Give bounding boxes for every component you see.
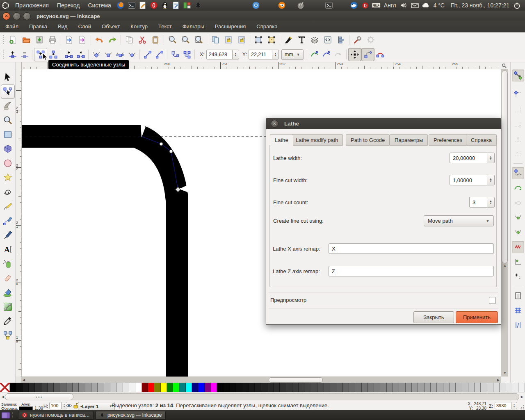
session-power-icon[interactable] [512, 0, 522, 10]
connector-tool[interactable] [1, 329, 15, 342]
tab-path-to-gcode[interactable]: Path to Gcode [346, 134, 390, 146]
terminal-tray-icon[interactable] [324, 0, 334, 10]
palette-swatch[interactable] [41, 383, 48, 392]
text-tool[interactable]: A [1, 242, 15, 256]
inkscape-preferences-button[interactable] [351, 33, 364, 46]
palette-swatch[interactable] [179, 383, 185, 392]
palette-swatch[interactable] [349, 383, 355, 392]
palette-swatch[interactable] [399, 383, 405, 392]
menu-file[interactable]: Файл [0, 21, 24, 32]
menu-extensions[interactable]: Расширения [210, 21, 251, 32]
vertical-ruler[interactable]: 2 32 22 12 01 9 [16, 69, 22, 377]
palette-swatch[interactable] [406, 383, 412, 392]
snap-midpoints-button[interactable] [512, 241, 524, 253]
palette-swatch[interactable] [73, 383, 79, 392]
palette-swatch[interactable] [173, 383, 179, 392]
palette-swatch[interactable] [311, 383, 317, 392]
delete-segment-button[interactable] [75, 48, 87, 60]
snap-grid-button[interactable] [512, 304, 524, 317]
palette-swatch[interactable] [230, 383, 236, 392]
palette-swatch[interactable] [431, 383, 437, 392]
box3d-tool[interactable] [1, 142, 15, 156]
calligraphy-tool[interactable] [1, 228, 15, 242]
align-dialog-button[interactable] [334, 33, 347, 46]
palette-swatch[interactable] [116, 383, 123, 392]
ungroup-button[interactable] [265, 33, 278, 46]
layers-dialog-button[interactable] [308, 33, 321, 46]
palette-swatch[interactable] [336, 383, 342, 392]
palette-swatch[interactable] [217, 383, 223, 392]
palette-swatch[interactable] [368, 383, 374, 392]
palette-swatch[interactable] [10, 383, 16, 392]
x-remap-input[interactable]: X [329, 243, 494, 254]
window-close-button[interactable]: ✕ [2, 12, 10, 20]
chromium-launcher-icon[interactable] [251, 0, 261, 10]
snap-rotation-centers-button[interactable] [512, 270, 524, 283]
menu-filters[interactable]: Фильтры [177, 21, 210, 32]
tux-penguin-icon[interactable] [160, 0, 169, 10]
x-coordinate-value[interactable]: 249,628 [206, 50, 232, 59]
palette-swatch[interactable] [286, 383, 292, 392]
node-smooth-button[interactable] [102, 48, 114, 60]
palette-swatch[interactable] [242, 383, 249, 392]
palette-swatch[interactable] [518, 383, 525, 392]
palette-swatch[interactable] [380, 383, 386, 392]
palette-swatch[interactable] [154, 383, 160, 392]
lathe-dialog[interactable]: ✕ Lathe Lathe Lathe modify path Path to … [266, 118, 501, 325]
palette-swatch[interactable] [450, 383, 456, 392]
fine-cut-count-value[interactable]: 3 [469, 197, 487, 208]
palette-swatch[interactable] [123, 383, 129, 392]
palette-swatch[interactable] [456, 383, 462, 392]
opera-launcher-icon[interactable] [149, 0, 159, 10]
palette-swatch[interactable] [305, 383, 311, 392]
menu-text[interactable]: Текст [153, 21, 177, 32]
selector-tool[interactable] [1, 70, 15, 84]
palette-swatch[interactable] [60, 383, 66, 392]
close-button[interactable]: Закрыть [413, 311, 454, 323]
palette-swatch[interactable] [23, 383, 29, 392]
redo-button[interactable] [106, 33, 119, 46]
duplicate-button[interactable] [209, 33, 222, 46]
join-with-segment-button[interactable] [63, 48, 75, 60]
open-document-button[interactable] [20, 33, 33, 46]
palette-swatch[interactable] [324, 383, 330, 392]
palette-swatch[interactable] [299, 383, 305, 392]
dropper-tool[interactable] [1, 314, 15, 328]
palette-scroll-right-arrow[interactable]: ▶ [521, 395, 523, 399]
star-tool[interactable] [1, 171, 15, 185]
palette-swatch[interactable] [280, 383, 286, 392]
y-coordinate-value[interactable]: 22,211 [249, 50, 272, 59]
palette-swatch[interactable] [16, 383, 22, 392]
layer-visibility-icon[interactable] [66, 402, 72, 409]
segment-line-button[interactable] [142, 48, 153, 60]
new-document-button[interactable] [7, 33, 20, 46]
places-menu[interactable]: Переход [53, 0, 84, 11]
toolbar-grip[interactable] [2, 50, 5, 59]
palette-swatch[interactable] [148, 383, 154, 392]
palette-swatch[interactable] [236, 383, 242, 392]
spiral-tool[interactable] [1, 185, 15, 199]
palette-swatch[interactable] [468, 383, 475, 392]
weather-cloud-icon[interactable] [421, 0, 431, 10]
palette-swatch[interactable] [135, 383, 142, 392]
rectangle-tool[interactable] [1, 128, 15, 142]
palette-swatch[interactable] [54, 383, 60, 392]
workspace-switcher[interactable] [1, 412, 10, 419]
eraser-tool[interactable] [1, 271, 15, 285]
horizontal-scrollbar-thumb[interactable] [269, 377, 323, 383]
ubuntu-logo-icon[interactable] [1, 0, 10, 10]
snap-nodes-button[interactable] [512, 167, 524, 179]
palette-swatch[interactable] [167, 383, 173, 392]
break-nodes-button[interactable] [47, 48, 59, 60]
zoom-spinbox[interactable]: 3930▲▼ [495, 402, 517, 409]
zoom-drawing-button[interactable] [179, 33, 192, 46]
tab-preferences[interactable]: Preferences [429, 134, 467, 146]
vertical-scrollbar[interactable]: ▼ ▲ [501, 69, 508, 377]
palette-swatch[interactable] [249, 383, 255, 392]
thunderbird-tray-icon[interactable] [349, 0, 359, 10]
tab-lathe[interactable]: Lathe [270, 134, 293, 146]
window-titlebar[interactable]: ✕ − ▫ рисунок.svg — Inkscape [0, 11, 525, 21]
scroll-right-arrow[interactable]: ▶ [497, 379, 500, 382]
node-cusp-button[interactable] [90, 48, 102, 60]
text-editor-launcher-icon[interactable] [138, 0, 148, 10]
